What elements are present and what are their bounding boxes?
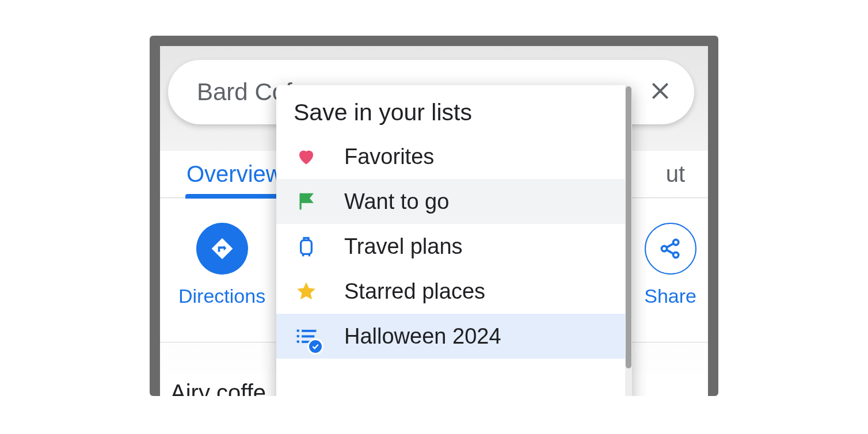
menu-scrollbar-track[interactable]: [625, 85, 632, 396]
menu-title: Save in your lists: [276, 85, 632, 134]
app-frame: Bard Cof Overview ut Directions: [150, 36, 718, 396]
place-description-text: Airy coffe: [170, 380, 266, 396]
directions-button[interactable]: Directions: [178, 223, 265, 307]
share-button[interactable]: Share: [644, 223, 696, 307]
tab-about-label-partial: ut: [666, 161, 685, 186]
svg-point-7: [296, 329, 299, 332]
flag-icon: [294, 189, 319, 214]
list-icon: [294, 323, 319, 349]
list-item-label: Travel plans: [344, 234, 463, 259]
list-item-halloween[interactable]: Halloween 2024: [276, 314, 632, 359]
star-icon: [294, 279, 319, 304]
tab-overview[interactable]: Overview: [186, 151, 283, 197]
list-item-label: Favorites: [344, 144, 434, 169]
list-item-label: Want to go: [344, 189, 449, 214]
list-item-starred[interactable]: Starred places: [276, 269, 632, 314]
directions-label: Directions: [178, 285, 265, 307]
menu-scrollbar-thumb[interactable]: [626, 86, 631, 368]
list-item-want-to-go[interactable]: Want to go: [276, 179, 632, 224]
directions-icon: [196, 223, 248, 275]
share-icon: [645, 223, 696, 275]
svg-rect-10: [302, 335, 314, 337]
list-item-label: Starred places: [344, 279, 485, 304]
list-item-label: Halloween 2024: [344, 324, 501, 349]
svg-rect-3: [300, 193, 302, 210]
suitcase-icon: [294, 234, 319, 259]
close-icon[interactable]: [649, 78, 671, 106]
save-lists-menu: Save in your lists Favorites Want to go …: [276, 85, 632, 396]
svg-rect-4: [301, 240, 312, 254]
heart-icon: [294, 144, 319, 169]
list-item-favorites[interactable]: Favorites: [276, 134, 632, 179]
tab-overview-label: Overview: [186, 161, 283, 187]
svg-point-11: [296, 340, 299, 343]
check-badge-icon: [307, 338, 323, 355]
tab-about[interactable]: ut: [666, 161, 685, 187]
svg-rect-8: [302, 330, 316, 332]
list-item-travel-plans[interactable]: Travel plans: [276, 224, 632, 269]
share-label: Share: [644, 285, 696, 307]
svg-point-9: [296, 335, 299, 338]
app-inner: Bard Cof Overview ut Directions: [160, 46, 708, 396]
